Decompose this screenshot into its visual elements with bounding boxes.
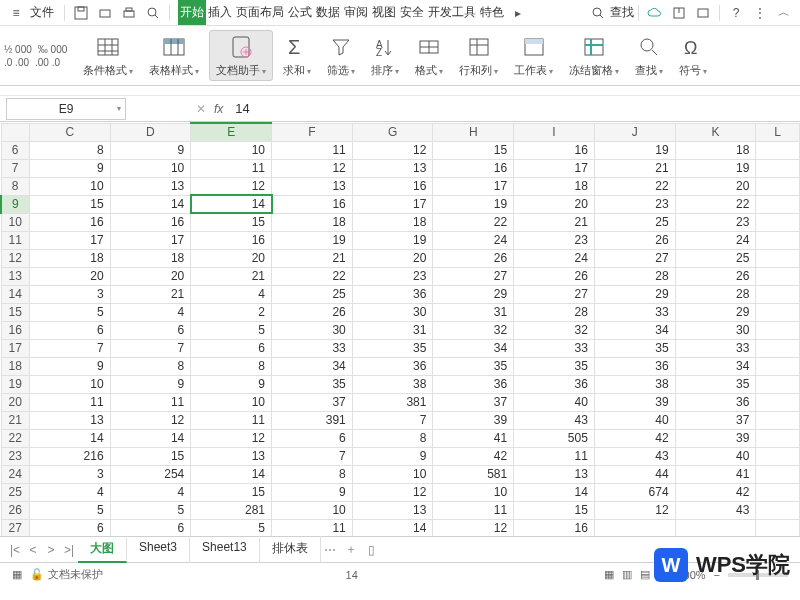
select-all-corner[interactable] — [1, 123, 29, 141]
sheet-nav-next-icon[interactable]: > — [42, 543, 60, 557]
cell[interactable]: 33 — [272, 339, 353, 357]
view-layout-icon[interactable]: ▥ — [622, 568, 632, 581]
cell[interactable]: 23 — [352, 267, 433, 285]
cell[interactable]: 12 — [594, 501, 675, 519]
row-header[interactable]: 10 — [1, 213, 29, 231]
cell[interactable]: 26 — [675, 267, 756, 285]
cell[interactable]: 11 — [272, 519, 353, 536]
row-header[interactable]: 19 — [1, 375, 29, 393]
ribbon-format-button[interactable]: 格式 — [409, 30, 449, 81]
cell[interactable] — [756, 267, 800, 285]
cell[interactable]: 30 — [352, 303, 433, 321]
cell[interactable]: 40 — [514, 393, 595, 411]
tab-start[interactable]: 开始 — [178, 0, 206, 25]
cell[interactable]: 41 — [433, 429, 514, 447]
cell[interactable]: 19 — [433, 195, 514, 213]
ribbon-find-button[interactable]: 查找 — [629, 30, 669, 81]
cell[interactable]: 6 — [110, 519, 191, 536]
cell[interactable]: 34 — [272, 357, 353, 375]
cell[interactable]: 31 — [352, 321, 433, 339]
cell[interactable] — [756, 429, 800, 447]
cell[interactable]: 43 — [594, 447, 675, 465]
ribbon-rowcol-button[interactable]: 行和列 — [453, 30, 504, 81]
cell[interactable]: 8 — [29, 141, 110, 159]
cell[interactable]: 20 — [191, 249, 272, 267]
cell[interactable]: 26 — [514, 267, 595, 285]
cell[interactable]: 28 — [514, 303, 595, 321]
cell[interactable]: 10 — [110, 159, 191, 177]
row-header[interactable]: 16 — [1, 321, 29, 339]
cell[interactable]: 40 — [594, 411, 675, 429]
ribbon-sheet-button[interactable]: 工作表 — [508, 30, 559, 81]
col-header[interactable]: K — [675, 123, 756, 141]
row-header[interactable]: 22 — [1, 429, 29, 447]
cell[interactable]: 38 — [594, 375, 675, 393]
cell[interactable]: 13 — [110, 177, 191, 195]
cell[interactable]: 9 — [352, 447, 433, 465]
cell[interactable]: 14 — [191, 465, 272, 483]
cell[interactable]: 18 — [272, 213, 353, 231]
view-page-icon[interactable]: ▤ — [640, 568, 650, 581]
cell[interactable]: 44 — [594, 465, 675, 483]
cell[interactable]: 281 — [191, 501, 272, 519]
cell[interactable]: 11 — [514, 447, 595, 465]
cell[interactable]: 27 — [594, 249, 675, 267]
row-header[interactable]: 14 — [1, 285, 29, 303]
cell[interactable]: 10 — [433, 483, 514, 501]
cell[interactable]: 24 — [433, 231, 514, 249]
cell[interactable]: 5 — [191, 519, 272, 536]
fx-icon[interactable]: fx — [214, 102, 223, 116]
cell[interactable]: 21 — [594, 159, 675, 177]
cell[interactable] — [756, 375, 800, 393]
ribbon-filter-button[interactable]: 筛选 — [321, 30, 361, 81]
cell[interactable] — [756, 249, 800, 267]
cell[interactable]: 13 — [352, 501, 433, 519]
search-icon[interactable] — [588, 3, 608, 23]
cell[interactable]: 31 — [433, 303, 514, 321]
row-header[interactable]: 12 — [1, 249, 29, 267]
cell[interactable]: 10 — [29, 177, 110, 195]
cell[interactable]: 13 — [191, 447, 272, 465]
col-header[interactable]: L — [756, 123, 800, 141]
cell[interactable]: 381 — [352, 393, 433, 411]
cell[interactable]: 15 — [191, 213, 272, 231]
chevron-down-icon[interactable]: ▾ — [117, 104, 121, 113]
cell[interactable]: 21 — [110, 285, 191, 303]
cell[interactable] — [756, 339, 800, 357]
sheet-list-icon[interactable]: ▯ — [363, 543, 381, 557]
cell[interactable]: 36 — [352, 357, 433, 375]
cell[interactable]: 25 — [272, 285, 353, 303]
cell[interactable]: 9 — [272, 483, 353, 501]
cell[interactable]: 20 — [514, 195, 595, 213]
row-header[interactable]: 11 — [1, 231, 29, 249]
cell[interactable]: 37 — [272, 393, 353, 411]
sheet-tab[interactable]: Sheet13 — [190, 536, 260, 563]
cell[interactable] — [756, 285, 800, 303]
grid-mode-icon[interactable]: ▦ — [12, 568, 22, 581]
row-header[interactable]: 8 — [1, 177, 29, 195]
cell[interactable]: 36 — [675, 393, 756, 411]
cell[interactable]: 22 — [594, 177, 675, 195]
cell[interactable]: 13 — [352, 159, 433, 177]
row-header[interactable]: 18 — [1, 357, 29, 375]
cell[interactable]: 35 — [514, 357, 595, 375]
cell[interactable]: 674 — [594, 483, 675, 501]
cell[interactable]: 39 — [675, 429, 756, 447]
cell[interactable]: 7 — [352, 411, 433, 429]
cell[interactable]: 8 — [352, 429, 433, 447]
cell[interactable]: 22 — [675, 195, 756, 213]
tab-layout[interactable]: 页面布局 — [234, 0, 286, 25]
cell[interactable]: 23 — [594, 195, 675, 213]
row-header[interactable]: 15 — [1, 303, 29, 321]
cell[interactable]: 39 — [594, 393, 675, 411]
cell[interactable]: 34 — [433, 339, 514, 357]
row-header[interactable]: 6 — [1, 141, 29, 159]
cell[interactable]: 35 — [272, 375, 353, 393]
cell[interactable] — [756, 213, 800, 231]
cell[interactable]: 16 — [191, 231, 272, 249]
cell[interactable]: 20 — [110, 267, 191, 285]
cell[interactable]: 20 — [29, 267, 110, 285]
cell[interactable]: 11 — [29, 393, 110, 411]
cell[interactable]: 33 — [594, 303, 675, 321]
cell[interactable]: 16 — [514, 141, 595, 159]
